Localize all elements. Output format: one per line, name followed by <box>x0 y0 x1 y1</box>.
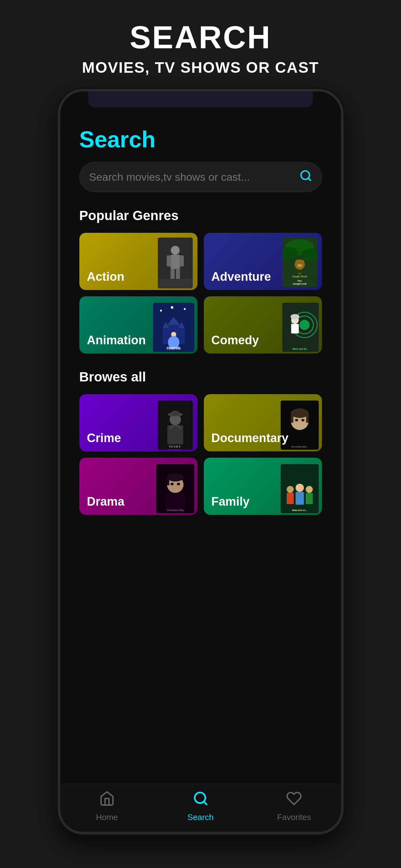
svg-point-17 <box>297 264 302 267</box>
phone-mockup: Search Popular Genres Action <box>58 89 343 834</box>
genre-card-animation[interactable]: Animation <box>80 296 197 353</box>
svg-rect-25 <box>179 328 185 344</box>
poster-jungle-book: The Jungle Book <box>282 238 317 287</box>
popular-genres-title: Popular Genres <box>80 208 322 223</box>
svg-text:13 Reasons Why: 13 Reasons Why <box>167 509 184 512</box>
svg-rect-5 <box>167 255 171 267</box>
svg-line-76 <box>204 802 206 804</box>
genre-label-animation: Animation <box>87 334 146 347</box>
svg-rect-45 <box>167 425 183 444</box>
svg-rect-23 <box>162 328 169 344</box>
home-icon <box>99 790 115 810</box>
svg-text:Rick and M...: Rick and M... <box>292 347 308 350</box>
poster-malcolm: Malcolm in... <box>281 464 319 513</box>
svg-point-31 <box>168 336 179 349</box>
search-page-title: Search <box>80 126 322 152</box>
svg-text:Malcolm in...: Malcolm in... <box>292 509 307 512</box>
phone-volume-button <box>58 187 59 212</box>
genre-label-adventure: Adventure <box>212 270 271 284</box>
svg-text:PEAKY: PEAKY <box>169 445 181 448</box>
poster-mechanic: MECHANIC <box>158 238 193 288</box>
svg-text:the social netw...: the social netw... <box>291 445 308 448</box>
svg-line-1 <box>308 178 310 180</box>
svg-point-63 <box>171 483 174 485</box>
svg-rect-38 <box>291 324 299 334</box>
genre-card-family[interactable]: Family Malco <box>204 458 322 515</box>
svg-rect-4 <box>171 255 180 269</box>
status-bar <box>88 91 313 107</box>
bottom-navigation: Home Search Favorites <box>60 784 341 832</box>
svg-point-27 <box>160 310 162 312</box>
search-input[interactable] <box>89 171 299 183</box>
genre-card-adventure[interactable]: Adventure The <box>204 233 322 290</box>
genre-card-documentary[interactable]: Documentary <box>204 394 322 451</box>
poster-peaky-blinders: PEAKY BLINDERS <box>158 401 193 450</box>
nav-item-home[interactable]: Home <box>60 790 154 822</box>
svg-point-29 <box>184 308 186 310</box>
svg-point-53 <box>291 408 309 418</box>
svg-point-57 <box>301 419 305 422</box>
svg-rect-65 <box>166 493 185 510</box>
genre-card-crime[interactable]: Crime PEAKY <box>80 394 197 451</box>
genre-label-drama: Drama <box>87 495 124 508</box>
genre-label-crime: Crime <box>87 431 121 445</box>
svg-point-64 <box>177 483 180 485</box>
svg-point-72 <box>306 486 313 493</box>
nav-item-favorites[interactable]: Favorites <box>247 790 341 822</box>
browse-all-grid: Crime PEAKY <box>80 394 322 515</box>
search-nav-icon <box>193 790 209 810</box>
svg-point-44 <box>171 411 180 416</box>
svg-rect-6 <box>179 255 184 267</box>
svg-point-36 <box>299 320 310 330</box>
poster-cinderella: Cinderella <box>153 303 194 352</box>
svg-text:MECHANIC: MECHANIC <box>165 283 185 286</box>
genre-label-action: Action <box>87 270 124 284</box>
svg-point-28 <box>171 306 173 309</box>
nav-label-search: Search <box>187 812 213 822</box>
svg-rect-71 <box>296 492 304 505</box>
search-bar-container[interactable] <box>80 162 322 192</box>
genre-label-comedy: Comedy <box>212 334 259 347</box>
genre-card-drama[interactable]: Drama 13 Rea <box>80 458 197 515</box>
svg-point-68 <box>287 486 294 493</box>
popular-genres-grid: Action MECHANIC <box>80 233 322 353</box>
svg-text:Cinderella: Cinderella <box>167 347 180 350</box>
genre-card-comedy[interactable]: Comedy Rick and M... <box>204 296 322 353</box>
genre-card-action[interactable]: Action MECHANIC <box>80 233 197 290</box>
nav-label-favorites: Favorites <box>277 812 311 822</box>
svg-text:BLINDERS: BLINDERS <box>168 449 182 450</box>
svg-point-70 <box>296 484 304 492</box>
genre-label-family: Family <box>212 495 250 508</box>
genre-label-documentary: Documentary <box>212 431 288 445</box>
main-title: SEARCH <box>13 19 388 56</box>
svg-point-61 <box>167 473 184 482</box>
svg-point-16 <box>300 260 304 264</box>
header-section: SEARCH MOVIES, TV SHOWS OR CAST <box>0 0 401 89</box>
svg-rect-54 <box>291 413 294 423</box>
svg-rect-62 <box>167 477 169 485</box>
svg-point-56 <box>295 419 298 422</box>
svg-rect-55 <box>306 413 309 423</box>
nav-label-home: Home <box>96 812 118 822</box>
svg-point-15 <box>295 260 299 264</box>
svg-point-3 <box>171 246 180 255</box>
nav-item-search[interactable]: Search <box>154 790 247 822</box>
poster-rick-morty: Rick and M... <box>282 303 319 352</box>
svg-rect-8 <box>176 269 180 280</box>
search-icon <box>299 169 312 185</box>
svg-text:Jungle Book: Jungle Book <box>292 275 307 278</box>
svg-rect-73 <box>306 493 313 504</box>
phone-power-button <box>342 180 343 222</box>
browse-all-title: Browes all <box>80 369 322 384</box>
favorites-icon <box>286 790 302 810</box>
poster-drama-show: 13 Reasons Why <box>156 464 194 513</box>
svg-text:The: The <box>298 272 301 275</box>
svg-rect-69 <box>287 493 294 504</box>
svg-rect-7 <box>171 269 175 280</box>
main-subtitle: MOVIES, TV SHOWS OR CAST <box>13 59 388 76</box>
phone-screen: Search Popular Genres Action <box>60 107 341 774</box>
svg-point-39 <box>290 314 299 319</box>
